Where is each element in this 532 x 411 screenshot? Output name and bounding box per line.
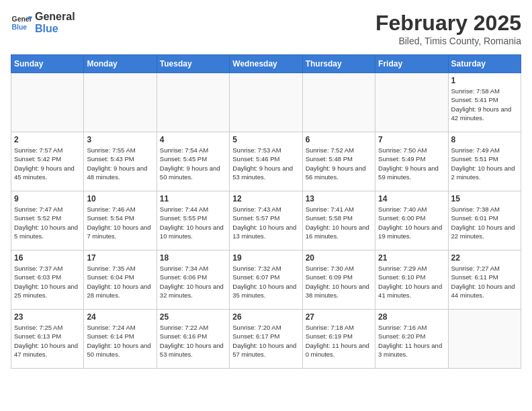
calendar-day-cell: 15Sunrise: 7:38 AM Sunset: 6:01 PM Dayli…	[448, 191, 521, 250]
calendar-day-cell: 17Sunrise: 7:35 AM Sunset: 6:04 PM Dayli…	[84, 250, 157, 310]
day-info: Sunrise: 7:53 AM Sunset: 5:46 PM Dayligh…	[232, 146, 299, 181]
day-number: 26	[232, 312, 299, 322]
day-number: 16	[14, 253, 81, 263]
day-info: Sunrise: 7:20 AM Sunset: 6:17 PM Dayligh…	[232, 323, 299, 359]
calendar-day-cell: 21Sunrise: 7:29 AM Sunset: 6:10 PM Dayli…	[375, 250, 448, 310]
calendar-day-cell: 19Sunrise: 7:32 AM Sunset: 6:07 PM Dayli…	[230, 250, 302, 310]
calendar-day-cell	[230, 73, 302, 132]
day-number: 2	[14, 135, 81, 144]
calendar-day-cell: 6Sunrise: 7:52 AM Sunset: 5:48 PM Daylig…	[302, 132, 375, 191]
weekday-header-saturday: Saturday	[448, 55, 521, 73]
calendar-day-cell	[375, 73, 448, 132]
weekday-header-monday: Monday	[84, 55, 157, 73]
calendar-day-cell: 1Sunrise: 7:58 AM Sunset: 5:41 PM Daylig…	[448, 73, 521, 132]
day-number: 14	[378, 194, 445, 203]
day-number: 28	[378, 312, 445, 322]
day-info: Sunrise: 7:29 AM Sunset: 6:10 PM Dayligh…	[378, 264, 445, 300]
day-number: 21	[378, 253, 445, 263]
weekday-header-thursday: Thursday	[302, 55, 375, 73]
calendar-day-cell: 18Sunrise: 7:34 AM Sunset: 6:06 PM Dayli…	[157, 250, 229, 310]
day-info: Sunrise: 7:49 AM Sunset: 5:51 PM Dayligh…	[451, 146, 518, 181]
calendar-day-cell: 20Sunrise: 7:30 AM Sunset: 6:09 PM Dayli…	[302, 250, 375, 310]
calendar-day-cell: 16Sunrise: 7:37 AM Sunset: 6:03 PM Dayli…	[11, 250, 84, 310]
day-info: Sunrise: 7:47 AM Sunset: 5:52 PM Dayligh…	[14, 205, 81, 240]
day-info: Sunrise: 7:30 AM Sunset: 6:09 PM Dayligh…	[306, 264, 372, 300]
day-number: 4	[160, 135, 226, 144]
day-number: 7	[378, 135, 445, 144]
weekday-header-row: SundayMondayTuesdayWednesdayThursdayFrid…	[11, 55, 521, 73]
day-number: 24	[87, 312, 153, 322]
calendar-week-row: 23Sunrise: 7:25 AM Sunset: 6:13 PM Dayli…	[11, 310, 521, 369]
calendar-day-cell: 10Sunrise: 7:46 AM Sunset: 5:54 PM Dayli…	[84, 191, 157, 250]
day-info: Sunrise: 7:54 AM Sunset: 5:45 PM Dayligh…	[160, 146, 226, 181]
day-number: 18	[160, 253, 226, 263]
day-info: Sunrise: 7:22 AM Sunset: 6:16 PM Dayligh…	[160, 323, 226, 359]
calendar-day-cell: 2Sunrise: 7:57 AM Sunset: 5:42 PM Daylig…	[11, 132, 84, 191]
calendar-week-row: 16Sunrise: 7:37 AM Sunset: 6:03 PM Dayli…	[11, 250, 521, 310]
calendar-day-cell: 23Sunrise: 7:25 AM Sunset: 6:13 PM Dayli…	[11, 310, 84, 369]
calendar-day-cell: 5Sunrise: 7:53 AM Sunset: 5:46 PM Daylig…	[230, 132, 302, 191]
day-info: Sunrise: 7:57 AM Sunset: 5:42 PM Dayligh…	[14, 146, 81, 181]
calendar-day-cell: 13Sunrise: 7:41 AM Sunset: 5:58 PM Dayli…	[302, 191, 375, 250]
weekday-header-wednesday: Wednesday	[230, 55, 302, 73]
calendar-week-row: 1Sunrise: 7:58 AM Sunset: 5:41 PM Daylig…	[11, 73, 521, 132]
day-number: 22	[451, 253, 518, 263]
day-number: 15	[451, 194, 518, 203]
calendar-day-cell: 14Sunrise: 7:40 AM Sunset: 6:00 PM Dayli…	[375, 191, 448, 250]
day-info: Sunrise: 7:52 AM Sunset: 5:48 PM Dayligh…	[306, 146, 372, 181]
calendar-day-cell: 28Sunrise: 7:16 AM Sunset: 6:20 PM Dayli…	[375, 310, 448, 369]
day-number: 19	[232, 253, 299, 263]
day-info: Sunrise: 7:34 AM Sunset: 6:06 PM Dayligh…	[160, 264, 226, 300]
day-number: 9	[14, 194, 81, 203]
day-info: Sunrise: 7:27 AM Sunset: 6:11 PM Dayligh…	[451, 264, 518, 300]
day-info: Sunrise: 7:50 AM Sunset: 5:49 PM Dayligh…	[378, 146, 445, 181]
weekday-header-sunday: Sunday	[11, 55, 84, 73]
calendar-week-row: 2Sunrise: 7:57 AM Sunset: 5:42 PM Daylig…	[11, 132, 521, 191]
calendar-day-cell: 24Sunrise: 7:24 AM Sunset: 6:14 PM Dayli…	[84, 310, 157, 369]
calendar-day-cell: 22Sunrise: 7:27 AM Sunset: 6:11 PM Dayli…	[448, 250, 521, 310]
calendar-day-cell: 27Sunrise: 7:18 AM Sunset: 6:19 PM Dayli…	[302, 310, 375, 369]
calendar-table: SundayMondayTuesdayWednesdayThursdayFrid…	[11, 54, 521, 369]
page-header: General Blue General Blue February 2025 …	[11, 11, 521, 46]
calendar-day-cell	[11, 73, 84, 132]
logo-icon: General Blue	[11, 12, 32, 34]
weekday-header-tuesday: Tuesday	[157, 55, 229, 73]
day-info: Sunrise: 7:41 AM Sunset: 5:58 PM Dayligh…	[306, 205, 372, 240]
weekday-header-friday: Friday	[375, 55, 448, 73]
title-block: February 2025 Biled, Timis County, Roman…	[375, 11, 521, 46]
calendar-day-cell: 12Sunrise: 7:43 AM Sunset: 5:57 PM Dayli…	[230, 191, 302, 250]
calendar-day-cell: 25Sunrise: 7:22 AM Sunset: 6:16 PM Dayli…	[157, 310, 229, 369]
day-info: Sunrise: 7:25 AM Sunset: 6:13 PM Dayligh…	[14, 323, 81, 359]
day-number: 23	[14, 312, 81, 322]
calendar-day-cell	[157, 73, 229, 132]
calendar-day-cell	[302, 73, 375, 132]
calendar-day-cell	[448, 310, 521, 369]
day-info: Sunrise: 7:37 AM Sunset: 6:03 PM Dayligh…	[14, 264, 81, 300]
day-info: Sunrise: 7:32 AM Sunset: 6:07 PM Dayligh…	[232, 264, 299, 300]
day-info: Sunrise: 7:35 AM Sunset: 6:04 PM Dayligh…	[87, 264, 153, 300]
logo-blue-text: Blue	[35, 23, 75, 35]
day-number: 10	[87, 194, 153, 203]
day-info: Sunrise: 7:24 AM Sunset: 6:14 PM Dayligh…	[87, 323, 153, 359]
day-info: Sunrise: 7:44 AM Sunset: 5:55 PM Dayligh…	[160, 205, 226, 240]
day-number: 27	[306, 312, 372, 322]
svg-text:Blue: Blue	[12, 23, 28, 30]
day-info: Sunrise: 7:55 AM Sunset: 5:43 PM Dayligh…	[87, 146, 153, 181]
day-number: 5	[232, 135, 299, 144]
day-info: Sunrise: 7:18 AM Sunset: 6:19 PM Dayligh…	[306, 323, 372, 359]
day-number: 17	[87, 253, 153, 263]
day-info: Sunrise: 7:43 AM Sunset: 5:57 PM Dayligh…	[232, 205, 299, 240]
day-info: Sunrise: 7:16 AM Sunset: 6:20 PM Dayligh…	[378, 323, 445, 359]
calendar-day-cell: 3Sunrise: 7:55 AM Sunset: 5:43 PM Daylig…	[84, 132, 157, 191]
calendar-week-row: 9Sunrise: 7:47 AM Sunset: 5:52 PM Daylig…	[11, 191, 521, 250]
day-number: 20	[306, 253, 372, 263]
day-info: Sunrise: 7:58 AM Sunset: 5:41 PM Dayligh…	[451, 87, 518, 122]
calendar-day-cell: 9Sunrise: 7:47 AM Sunset: 5:52 PM Daylig…	[11, 191, 84, 250]
calendar-day-cell: 7Sunrise: 7:50 AM Sunset: 5:49 PM Daylig…	[375, 132, 448, 191]
day-info: Sunrise: 7:38 AM Sunset: 6:01 PM Dayligh…	[451, 205, 518, 240]
day-info: Sunrise: 7:46 AM Sunset: 5:54 PM Dayligh…	[87, 205, 153, 240]
month-title: February 2025	[375, 11, 521, 36]
logo-general-text: General	[35, 11, 75, 23]
location-subtitle: Biled, Timis County, Romania	[375, 36, 521, 46]
day-number: 12	[232, 194, 299, 203]
